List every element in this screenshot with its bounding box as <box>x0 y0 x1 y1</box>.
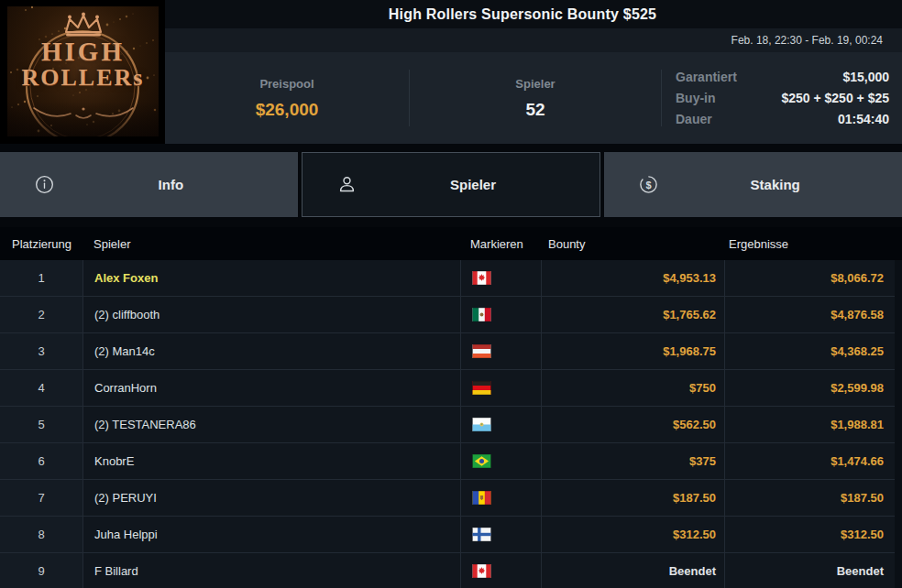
tab-bar: Info Spieler $ Staking <box>0 152 902 217</box>
high-rollers-logo-art: HIGH ROLLERs <box>7 6 159 136</box>
tab-spieler-label: Spieler <box>358 177 600 192</box>
result-value: $4,368.25 <box>724 333 902 369</box>
guaranteed-value: $15,000 <box>842 70 889 84</box>
bounty-value: $4,953.13 <box>541 260 724 296</box>
player-name: CorranHorn <box>82 370 460 406</box>
tab-staking-label: Staking <box>659 177 902 192</box>
tab-staking[interactable]: $ Staking <box>604 152 902 217</box>
result-value: $1,988.81 <box>724 407 902 442</box>
column-header-platzierung[interactable]: Platzierung <box>0 237 82 251</box>
table-row[interactable]: 5 (2) TESTANERA86 $562.50 $1,988.81 <box>0 407 902 443</box>
table-row[interactable]: 8 Juha Helppi $312.50 $312.50 <box>0 517 902 553</box>
players-count: 52 <box>525 100 544 120</box>
bounty-value: $312.50 <box>541 517 724 552</box>
prizepool-value: $26,000 <box>256 100 319 120</box>
buyin-value: $250 + $250 + $25 <box>781 91 889 105</box>
place-cell: 1 <box>0 260 82 296</box>
prizepool-stat: Preispool $26,000 <box>165 52 409 144</box>
player-name: (2) PERUYI <box>82 480 460 516</box>
scrollbar-track[interactable] <box>895 260 902 588</box>
place-cell: 7 <box>0 480 82 516</box>
flag-moldova-icon <box>460 480 541 516</box>
prizepool-label: Preispool <box>259 77 314 91</box>
result-value: $312.50 <box>724 517 902 552</box>
place-cell: 2 <box>0 297 82 332</box>
guaranteed-label: Garantiert <box>676 70 737 84</box>
result-value: $187.50 <box>724 480 902 516</box>
player-name: Alex Foxen <box>82 260 460 296</box>
table-row[interactable]: 7 (2) PERUYI $187.50 $187.50 <box>0 480 902 517</box>
result-value: Beendet <box>724 553 902 588</box>
flag-brazil-icon <box>460 443 541 479</box>
player-name: F Billard <box>82 553 460 588</box>
guaranteed-row: Garantiert $15,000 <box>676 70 889 85</box>
column-header-markieren[interactable]: Markieren <box>460 237 541 251</box>
table-header: Platzierung Spieler Markieren Bounty Erg… <box>0 227 902 260</box>
tab-info-label: Info <box>55 177 298 192</box>
flag-germany-icon <box>460 370 541 406</box>
result-value: $1,474.66 <box>724 443 902 479</box>
tournament-details: Garantiert $15,000 Buy-in $250 + $250 + … <box>662 52 902 144</box>
column-header-ergebnisse[interactable]: Ergebnisse <box>724 237 902 251</box>
flag-finland-icon <box>460 517 541 552</box>
staking-icon: $ <box>638 174 659 195</box>
result-value: $2,599.98 <box>724 370 902 406</box>
flag-mexico-icon <box>460 297 541 332</box>
flag-canada-icon <box>460 260 541 296</box>
bounty-value: $562.50 <box>541 407 724 442</box>
bounty-value: $375 <box>541 443 724 479</box>
tab-info[interactable]: Info <box>0 152 298 217</box>
tournament-date-range: Feb. 18, 22:30 - Feb. 19, 00:24 <box>732 28 883 52</box>
table-body: 1 Alex Foxen $4,953.13 $8,066.72 2 (2) c… <box>0 260 902 588</box>
logo-text-high: HIGH <box>7 37 159 67</box>
buyin-label: Buy-in <box>676 91 716 105</box>
column-header-spieler[interactable]: Spieler <box>82 237 460 251</box>
tournament-title: High Rollers Supersonic Bounty $525 <box>165 0 880 28</box>
bounty-value: Beendet <box>541 553 724 588</box>
place-cell: 3 <box>0 333 82 369</box>
tournament-lobby-window: High Rollers Supersonic Bounty $525 Feb.… <box>0 0 902 588</box>
table-row[interactable]: 2 (2) cliffbooth $1,765.62 $4,876.58 <box>0 297 902 333</box>
place-cell: 9 <box>0 553 82 588</box>
logo-text-rollers: ROLLERs <box>7 64 159 92</box>
place-cell: 5 <box>0 407 82 442</box>
duration-label: Dauer <box>676 112 712 126</box>
table-row[interactable]: 4 CorranHorn $750 $2,599.98 <box>0 370 902 407</box>
table-row[interactable]: 3 (2) Man14c $1,968.75 $4,368.25 <box>0 333 902 370</box>
player-name: Juha Helppi <box>82 517 460 552</box>
result-value: $8,066.72 <box>724 260 902 296</box>
place-cell: 4 <box>0 370 82 406</box>
flag-austria-icon <box>460 333 541 369</box>
bounty-value: $187.50 <box>541 480 724 516</box>
flag-san-marino-icon <box>460 407 541 442</box>
result-value: $4,876.58 <box>724 297 902 332</box>
player-name: (2) TESTANERA86 <box>82 407 460 442</box>
results-table: Platzierung Spieler Markieren Bounty Erg… <box>0 227 902 588</box>
place-cell: 6 <box>0 443 82 479</box>
player-icon <box>336 174 358 195</box>
high-rollers-logo: HIGH ROLLERs <box>0 0 165 144</box>
svg-text:$: $ <box>646 180 652 191</box>
duration-value: 01:54:40 <box>838 112 889 126</box>
place-cell: 8 <box>0 517 82 552</box>
buyin-row: Buy-in $250 + $250 + $25 <box>676 91 889 106</box>
tab-spieler[interactable]: Spieler <box>302 152 601 217</box>
crown-icon <box>59 11 108 38</box>
table-row[interactable]: 6 KnobrE $375 $1,474.66 <box>0 443 902 480</box>
flag-canada-icon <box>460 553 541 588</box>
players-stat: Spieler 52 <box>410 52 661 144</box>
player-name: KnobrE <box>82 443 460 479</box>
table-row[interactable]: 1 Alex Foxen $4,953.13 $8,066.72 <box>0 260 902 297</box>
bounty-value: $1,765.62 <box>541 297 724 332</box>
table-row[interactable]: 9 F Billard Beendet Beendet <box>0 553 902 588</box>
player-name: (2) cliffbooth <box>82 297 460 332</box>
logo-flourish <box>28 103 138 122</box>
column-header-bounty[interactable]: Bounty <box>541 237 724 251</box>
player-name: (2) Man14c <box>82 333 460 369</box>
bounty-value: $1,968.75 <box>541 333 724 369</box>
bounty-value: $750 <box>541 370 724 406</box>
players-label: Spieler <box>515 77 555 91</box>
duration-row: Dauer 01:54:40 <box>676 112 889 127</box>
info-icon <box>34 174 55 195</box>
